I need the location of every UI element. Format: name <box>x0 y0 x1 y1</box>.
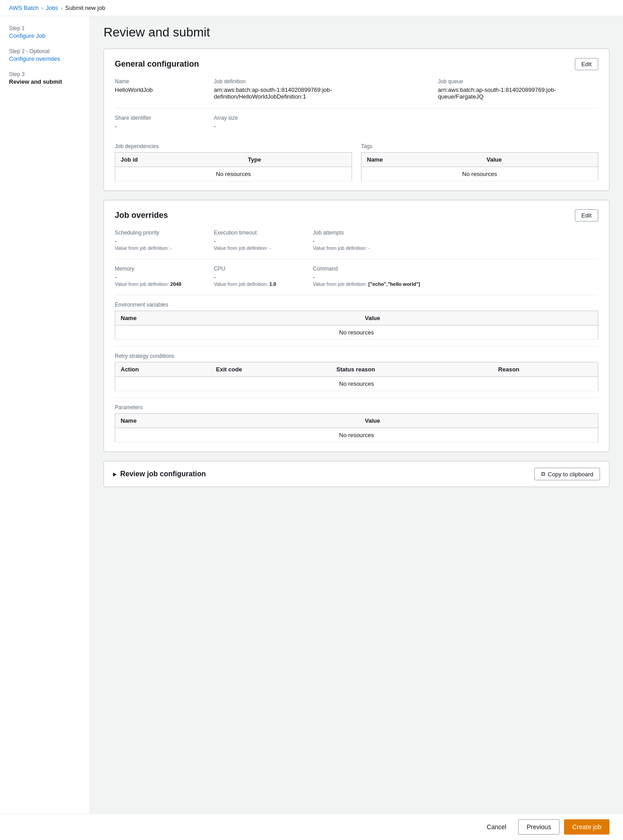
job-overrides-edit-button[interactable]: Edit <box>575 209 598 221</box>
field-job-def-label: Job definition <box>214 78 420 85</box>
field-cpu-def-prefix: Value from job definition: <box>214 281 269 287</box>
job-deps-empty-row: No resources <box>115 167 352 181</box>
field-command-def-value: ["echo","hello world"] <box>368 281 420 287</box>
copy-to-clipboard-button[interactable]: ⧉ Copy to clipboard <box>534 468 600 480</box>
sidebar-step2: Step 2 - Optional Configure overrides <box>9 48 81 62</box>
params-section: Parameters Name Value No resources <box>115 404 598 443</box>
field-job-def: Job definition arn:aws:batch:ap-south-1:… <box>214 78 420 100</box>
general-config-tables: Job dependencies Job id Type No resource… <box>115 138 598 181</box>
tags-col2-header: Value <box>481 153 598 167</box>
general-config-header: General configuration Edit <box>115 58 598 70</box>
review-config-header: ▶ Review job configuration ⧉ Copy to cli… <box>104 461 609 487</box>
sidebar-step1-link[interactable]: Configure Job <box>9 32 81 39</box>
env-vars-section: Environment variables Name Value No reso… <box>115 302 598 340</box>
breadcrumb: AWS Batch › Jobs › Submit new job <box>0 0 623 16</box>
field-share-id: Share identifier - <box>115 115 196 130</box>
main-content: Review and submit General configuration … <box>90 16 623 838</box>
field-scheduling-priority-def: Value from job definition: - <box>115 245 196 251</box>
field-cpu-def: Value from job definition: 1.0 <box>214 281 295 287</box>
retry-col3-header: Status reason <box>331 362 493 377</box>
field-job-queue-label: Job queue <box>438 78 598 85</box>
job-deps-empty: No resources <box>115 167 352 181</box>
field-share-id-value: - <box>115 123 196 130</box>
retry-label: Retry strategy conditions <box>115 353 598 359</box>
nav-jobs[interactable]: Jobs <box>46 5 58 11</box>
field-command: Command - Value from job definition: ["e… <box>313 266 420 287</box>
field-cpu-value: - <box>214 274 295 280</box>
review-config-title: ▶ Review job configuration <box>113 470 206 478</box>
create-job-button[interactable]: Create job <box>564 819 609 835</box>
job-overrides-header: Job overrides Edit <box>115 209 598 221</box>
job-overrides-row2: Memory - Value from job definition: 2048… <box>115 266 598 287</box>
footer: Cancel Previous Create job <box>0 813 623 838</box>
field-execution-timeout: Execution timeout - Value from job defin… <box>214 230 295 251</box>
field-job-attempts-value: - <box>313 238 394 244</box>
params-empty: No resources <box>115 428 598 443</box>
field-execution-timeout-value: - <box>214 238 295 244</box>
field-job-attempts: Job attempts - Value from job definition… <box>313 230 394 251</box>
retry-empty-row: No resources <box>115 377 598 391</box>
retry-col1-header: Action <box>115 362 211 377</box>
env-vars-col2-header: Value <box>360 311 598 325</box>
field-job-attempts-def: Value from job definition: - <box>313 245 394 251</box>
field-execution-timeout-def: Value from job definition: - <box>214 245 295 251</box>
field-execution-timeout-label: Execution timeout <box>214 230 295 236</box>
sidebar-step1-label: Step 1 <box>9 25 81 32</box>
field-scheduling-priority: Scheduling priority - Value from job def… <box>115 230 196 251</box>
field-command-def: Value from job definition: ["echo","hell… <box>313 281 420 287</box>
job-deps-col2-header: Type <box>243 153 352 167</box>
params-col1-header: Name <box>115 414 360 428</box>
params-label: Parameters <box>115 404 598 411</box>
field-name-label: Name <box>115 78 196 85</box>
tags-empty-row: No resources <box>361 167 598 181</box>
sidebar-step2-link[interactable]: Configure overrides <box>9 55 81 62</box>
review-config-title-text: Review job configuration <box>120 470 206 478</box>
field-command-label: Command <box>313 266 420 272</box>
copy-icon: ⧉ <box>541 470 545 478</box>
job-overrides-card: Job overrides Edit Scheduling priority -… <box>104 200 609 452</box>
field-memory-def-value: 2048 <box>170 281 181 287</box>
tags-label: Tags <box>361 143 598 149</box>
env-vars-empty: No resources <box>115 325 598 340</box>
copy-label: Copy to clipboard <box>548 471 593 478</box>
field-job-queue: Job queue arn:aws:batch:ap-south-1:81402… <box>438 78 598 100</box>
page-title: Review and submit <box>104 25 609 40</box>
general-config-edit-button[interactable]: Edit <box>575 58 598 70</box>
sidebar-step3-active: Review and submit <box>9 78 81 85</box>
field-cpu-label: CPU <box>214 266 295 272</box>
field-memory-value: - <box>115 274 196 280</box>
field-array-size-value: - <box>214 123 295 130</box>
field-name: Name HelloWorldJob <box>115 78 196 100</box>
nav-aws-batch[interactable]: AWS Batch <box>9 5 39 11</box>
tags-section: Tags Name Value No resources <box>361 143 598 181</box>
sidebar: Step 1 Configure Job Step 2 - Optional C… <box>0 16 90 838</box>
params-empty-row: No resources <box>115 428 598 443</box>
params-table: Name Value No resources <box>115 413 598 443</box>
retry-col2-header: Exit code <box>211 362 331 377</box>
field-job-queue-value: arn:aws:batch:ap-south-1:814020899769:jo… <box>438 86 598 100</box>
env-vars-table: Name Value No resources <box>115 311 598 340</box>
field-memory-label: Memory <box>115 266 196 272</box>
field-job-def-value: arn:aws:batch:ap-south-1:814020899769:jo… <box>214 86 420 100</box>
retry-empty: No resources <box>115 377 598 391</box>
params-col2-header: Value <box>360 414 598 428</box>
general-config-row2: Share identifier - Array size - <box>115 115 598 130</box>
job-deps-section: Job dependencies Job id Type No resource… <box>115 143 352 181</box>
field-scheduling-priority-label: Scheduling priority <box>115 230 196 236</box>
general-config-row1: Name HelloWorldJob Job definition arn:aw… <box>115 78 598 100</box>
field-array-size: Array size - <box>214 115 295 130</box>
sidebar-step1: Step 1 Configure Job <box>9 25 81 39</box>
previous-button[interactable]: Previous <box>518 819 560 835</box>
env-vars-label: Environment variables <box>115 302 598 308</box>
field-memory-def: Value from job definition: 2048 <box>115 281 196 287</box>
tags-table: Name Value No resources <box>361 152 598 181</box>
job-deps-col1-header: Job id <box>115 153 243 167</box>
field-command-def-prefix: Value from job definition: <box>313 281 368 287</box>
field-memory: Memory - Value from job definition: 2048 <box>115 266 196 287</box>
cancel-button[interactable]: Cancel <box>479 819 514 835</box>
env-vars-empty-row: No resources <box>115 325 598 340</box>
field-cpu-def-value: 1.0 <box>269 281 276 287</box>
breadcrumb-chevron-1: › <box>41 5 43 11</box>
nav-current: Submit new job <box>65 5 105 11</box>
sidebar-step3-label: Step 3 <box>9 71 81 77</box>
